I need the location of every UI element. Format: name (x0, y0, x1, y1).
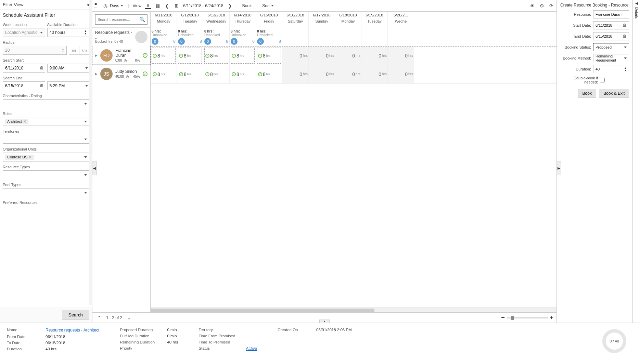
grid-view-icon[interactable]: ▦ (154, 3, 161, 9)
radius-unit-toggle[interactable]: mi km (69, 46, 89, 55)
next-icon[interactable]: ❯ (227, 3, 233, 9)
availability-cell[interactable]: ✓8hrs (256, 65, 282, 83)
calendar-icon[interactable]: 🗓 (40, 66, 44, 70)
expand-rows-icon[interactable]: ▣▭ (94, 2, 98, 9)
page-up-icon[interactable]: ⌃ (96, 315, 103, 321)
caret-down-icon[interactable] (85, 85, 88, 87)
availability-cell[interactable]: 0hrs (282, 47, 309, 65)
resource-types-select[interactable] (3, 170, 89, 179)
characteristics-select[interactable] (3, 99, 89, 108)
requirement-row[interactable]: Resource requests - ... Booked hrs: 0 / … (92, 28, 150, 46)
search-button[interactable]: Search (62, 310, 89, 320)
roles-select[interactable]: Architect✕ (3, 117, 89, 126)
requirement-cell[interactable]: 8 hrs: Unbooked08 (151, 28, 177, 46)
availability-cell[interactable]: ✓8hrs (177, 47, 203, 65)
list-view-icon[interactable]: ≡ (145, 3, 151, 9)
gear-icon[interactable]: ⚙ (539, 3, 545, 9)
availability-cell[interactable]: 0hrs (361, 65, 388, 83)
pool-types-select[interactable] (3, 188, 89, 197)
resource-row[interactable]: ▶FDFrancine Duran0:00◷0%✓ (92, 46, 150, 65)
start-date-field[interactable]: 🗓 (593, 21, 629, 29)
calendar-icon[interactable]: 🗓 (623, 23, 627, 28)
availability-cell[interactable]: 0hrs (335, 47, 361, 65)
availability-cell[interactable]: 0hrs (388, 65, 414, 83)
caret-down-icon (40, 32, 43, 34)
zoom-out-icon[interactable]: − (501, 314, 505, 321)
collapse-filter-tab[interactable]: ◀ (92, 161, 97, 175)
method-select[interactable]: Remaining Requirement (593, 54, 629, 62)
panel-resize-handle[interactable]: ⋮ (89, 0, 92, 305)
caret-down-icon[interactable] (85, 67, 88, 69)
duration-field[interactable]: ▲▼ (593, 65, 629, 73)
availability-cell[interactable]: 0hrs (335, 65, 361, 83)
availability-cell[interactable]: ✓8hrs (151, 47, 177, 65)
role-chip[interactable]: Architect✕ (5, 119, 28, 124)
calendar-icon[interactable]: 🗓 (174, 3, 180, 9)
available-duration-select[interactable]: 40 hours ▲▼ (47, 28, 90, 37)
availability-cell[interactable]: ✓8hrs (230, 65, 256, 83)
zoom-slider[interactable] (507, 317, 548, 318)
expand-icon[interactable]: ▶ (95, 72, 98, 76)
org-unit-chip[interactable]: Contoso US✕ (5, 155, 34, 160)
territories-select[interactable] (3, 135, 89, 144)
collapse-bottom-tab[interactable]: ▾ (319, 320, 330, 323)
page-down-icon[interactable]: ⌄ (126, 315, 132, 321)
availability-cell[interactable]: 0hrs (361, 47, 388, 65)
calendar-icon[interactable]: 🗓 (623, 34, 627, 39)
refresh-icon[interactable]: ⟳ (548, 3, 554, 9)
status-select[interactable]: Proposed (593, 43, 629, 51)
details-rail[interactable]: ◀ Details (632, 0, 640, 323)
availability-cell[interactable]: ✓8hrs (203, 65, 230, 83)
status-link[interactable]: Active (246, 346, 257, 351)
search-icon[interactable]: 🔍 (139, 17, 145, 22)
resource-row[interactable]: ▶JSJudy Simon40:00◷45%✓ (92, 65, 150, 83)
org-units-select[interactable]: Contoso US✕ (3, 153, 89, 161)
availability-cell[interactable]: ✓8hrs (230, 47, 256, 65)
close-icon[interactable]: ✕ (23, 119, 26, 124)
double-book-checkbox[interactable] (600, 78, 605, 82)
zoom-control[interactable]: − + (501, 314, 553, 321)
prev-icon[interactable]: ❮ (164, 3, 170, 9)
requirement-link[interactable]: Resource requests - Architect (46, 328, 99, 333)
work-location-select[interactable]: Location Agnostic (3, 28, 45, 37)
chevron-left-icon[interactable]: ◀ (635, 1, 638, 5)
book-exit-button[interactable]: Book & Exit (599, 89, 629, 98)
end-date-field[interactable]: 🗓 (593, 32, 629, 40)
schedule-grid[interactable]: 8 hrs: Unbooked088 hrs: Unbooked088 hrs:… (151, 28, 556, 308)
availability-cell[interactable]: ✓8hrs (177, 65, 203, 83)
availability-cell[interactable]: 0hrs (309, 65, 335, 83)
requirement-cell[interactable]: 8 hrs: Unbooked08 (177, 28, 203, 46)
availability-cell[interactable]: ✓8hrs (256, 47, 282, 65)
start-date-label: Start Date: (560, 23, 591, 27)
availability-cell[interactable]: 0hrs (388, 47, 414, 65)
requirement-cell[interactable]: 8 hrs: Unbooked08 (230, 28, 256, 46)
availability-cell[interactable]: 0hrs (309, 47, 335, 65)
search-start-time[interactable] (47, 64, 90, 73)
requirement-cell[interactable]: 8 hrs: Unbooked08 (203, 28, 230, 46)
zoom-in-icon[interactable]: + (550, 315, 553, 321)
search-end-time[interactable] (47, 81, 90, 90)
clock-icon: ◷ (126, 75, 129, 78)
calendar-icon[interactable]: 🗓 (40, 83, 44, 88)
spinner-icon[interactable]: ▲▼ (624, 67, 627, 72)
radius-input[interactable]: 20 ▲▼ (3, 46, 67, 55)
availability-cell[interactable]: ✓8hrs (203, 47, 230, 65)
collapse-booking-tab[interactable]: ▶ (556, 161, 561, 175)
requirement-cell[interactable]: 8 hrs: Unbooked08 (256, 28, 282, 46)
resource-field[interactable] (593, 10, 629, 18)
work-location-label: Work Location (3, 23, 45, 27)
horizontal-scrollbar[interactable] (151, 308, 556, 312)
close-icon[interactable]: ✕ (29, 155, 32, 159)
search-end-date[interactable] (3, 81, 45, 90)
timescale-select[interactable]: ◷ Days (101, 2, 125, 10)
expand-icon[interactable]: ▶ (95, 54, 98, 57)
sort-select[interactable]: Sort (261, 3, 275, 9)
book-button[interactable]: Book (241, 3, 253, 9)
search-start-date[interactable] (3, 64, 45, 73)
eye-icon[interactable]: 👁 (529, 3, 535, 9)
availability-cell[interactable]: 0hrs (282, 65, 309, 83)
resource-search[interactable]: 🔍 (95, 14, 148, 25)
book-button[interactable]: Book (578, 89, 596, 98)
availability-cell[interactable]: ✓8hrs (151, 65, 177, 83)
search-input[interactable] (98, 17, 132, 22)
